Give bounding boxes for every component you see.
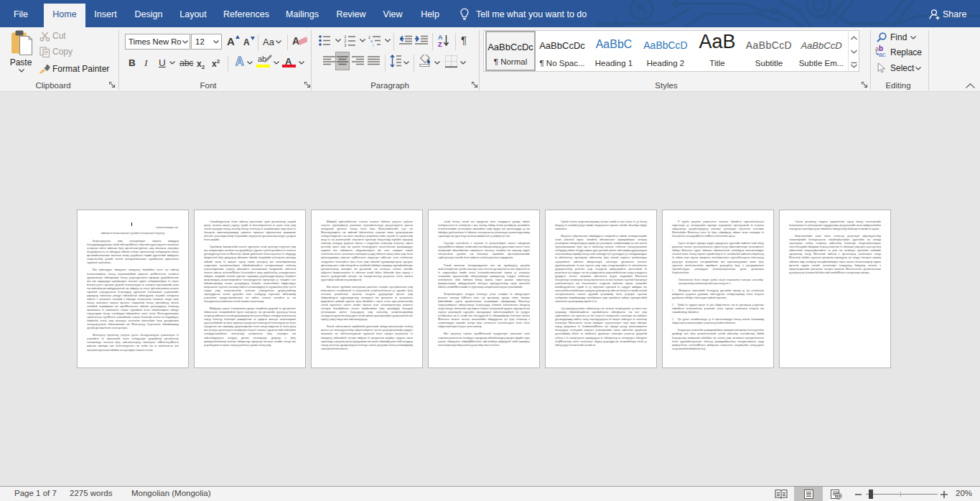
svg-text:3: 3 — [345, 43, 347, 47]
svg-text:A: A — [438, 34, 443, 41]
svg-text:i: i — [373, 43, 374, 47]
svg-text:Z: Z — [438, 41, 442, 47]
